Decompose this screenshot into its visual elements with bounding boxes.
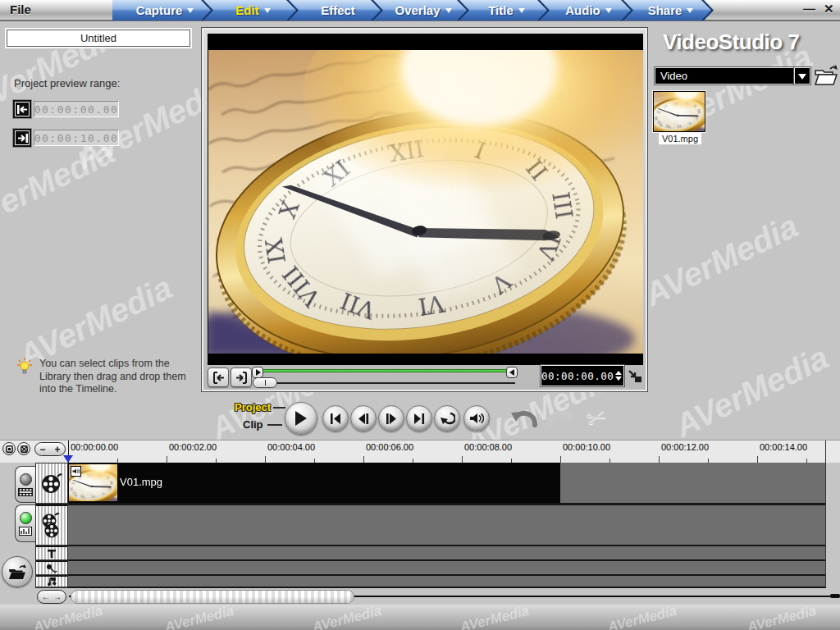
menu-tab-effect[interactable]: Effect (289, 0, 381, 21)
menu-tab-title[interactable]: Title (459, 0, 547, 21)
clip-audio-toggle[interactable] (71, 466, 81, 477)
video-view-tab[interactable] (15, 466, 35, 503)
repeat-button[interactable] (434, 405, 460, 431)
ruler-label: 00:00:10.00 (563, 442, 610, 452)
triangle-right-icon (255, 369, 261, 376)
menu-bar: File CaptureEditEffectOverlayTitleAudioS… (0, 0, 840, 21)
storyboard-view-button[interactable] (2, 442, 16, 455)
scroll-right-arrow[interactable]: → (53, 592, 62, 601)
open-project-folder-button[interactable] (2, 556, 33, 587)
step-tab-strip: CaptureEditEffectOverlayTitleAudioShare (112, 0, 714, 21)
menu-tab-share[interactable]: Share (623, 0, 711, 21)
video-track[interactable]: V01.mpg (68, 463, 826, 503)
spinner-down-icon (615, 377, 622, 384)
volume-button[interactable] (463, 405, 490, 431)
music-track-button[interactable] (36, 577, 67, 587)
load-media-button[interactable] (814, 64, 838, 89)
redo-button[interactable] (545, 404, 576, 431)
project-title-box: Untitled (7, 30, 190, 47)
app-logo: VideoStudio 7 (663, 30, 799, 55)
speaker-icon (72, 468, 80, 475)
range-end-button[interactable] (13, 129, 31, 147)
menu-tab-label: Title (488, 3, 514, 17)
zoom-out-button[interactable]: − (39, 445, 45, 454)
end-button[interactable] (406, 405, 432, 431)
overlay-track-button[interactable] (36, 506, 67, 546)
project-title: Untitled (80, 32, 116, 44)
close-button[interactable]: ✕ (824, 2, 834, 16)
menu-file[interactable]: File (10, 2, 31, 16)
menu-tab-edit[interactable]: Edit (203, 0, 296, 21)
range-start-field[interactable]: 00:00:00.00 (34, 101, 119, 117)
open-folder-icon (814, 64, 838, 86)
zoom-in-button[interactable]: + (54, 445, 60, 454)
timeline-view-button[interactable] (17, 442, 30, 455)
menu-tab-overlay[interactable]: Overlay (373, 0, 467, 21)
timeline-scrollbar-endcap (830, 594, 840, 598)
range-start-button[interactable] (13, 100, 31, 118)
voice-track[interactable] (68, 561, 826, 574)
project-connector-line (273, 407, 285, 409)
timeline-clip[interactable]: V01.mpg (68, 463, 560, 503)
previous-frame-button[interactable] (350, 405, 377, 431)
undo-icon (509, 405, 539, 430)
video-view-orb-icon (20, 473, 32, 486)
trim-start-handle[interactable] (252, 367, 263, 378)
prev-frame-icon (358, 413, 369, 424)
library-category-value: Video (660, 70, 687, 82)
music-track[interactable] (68, 576, 826, 587)
preview-mark-out-button[interactable] (231, 368, 252, 387)
title-track-button[interactable] (36, 547, 67, 560)
playhead-marker[interactable] (63, 455, 73, 463)
enlarge-preview-button[interactable] (627, 369, 643, 384)
range-end-field[interactable]: 00:00:10.00 (34, 130, 119, 146)
ruler-tick (560, 456, 561, 463)
next-frame-button[interactable] (378, 405, 404, 431)
split-clip-button[interactable]: ✂ (575, 395, 618, 437)
timeline-scrollbar-thumb[interactable] (71, 590, 354, 604)
ruler-label: 00:00:02.00 (169, 442, 217, 452)
scrubber-track[interactable] (254, 382, 515, 384)
play-button[interactable] (285, 402, 317, 435)
audio-view-tab[interactable] (15, 504, 35, 542)
menu-tab-label: Overlay (395, 3, 440, 17)
library-clip-thumbnail[interactable] (653, 91, 705, 132)
skip-to-end-icon (413, 413, 425, 424)
scrubber-thumb[interactable] (253, 377, 277, 388)
audio-level-icon (19, 527, 32, 536)
menu-tab-label: Share (648, 3, 682, 17)
trim-end-handle[interactable] (506, 367, 518, 378)
preview-mark-in-button[interactable] (208, 368, 229, 387)
ruler-label: 00:00:06.00 (366, 442, 413, 452)
video-track-button[interactable] (36, 463, 67, 504)
window-bottom-strip (0, 605, 840, 630)
timeline-ruler: 00:00:00.0000:00:02.0000:00:04.0000:00:0… (0, 440, 840, 463)
voice-track-button[interactable] (36, 562, 67, 575)
tip-text: You can select clips from the Library th… (39, 358, 192, 396)
clip-mode-button[interactable]: Clip (243, 418, 263, 431)
home-button[interactable] (322, 405, 349, 431)
ruler-label: 00:00:08.00 (464, 442, 512, 452)
chevron-down-icon (264, 8, 271, 16)
timeline-scroll-buttons[interactable]: ← → (37, 590, 66, 604)
redo-icon (546, 405, 575, 430)
timeline-zoom-control[interactable]: − + (34, 442, 66, 456)
watermark-text: AVerMedia (669, 339, 834, 445)
library-category-dropdown[interactable]: Video (655, 67, 794, 84)
timecode-value[interactable]: 00:00:00.00 (541, 370, 614, 382)
menu-tab-label: Edit (235, 3, 258, 17)
overlay-track[interactable] (68, 505, 826, 545)
library-dropdown-arrow[interactable] (794, 67, 810, 84)
undo-button[interactable] (509, 404, 540, 431)
chevron-down-icon (798, 74, 806, 84)
timecode-spinner[interactable] (614, 368, 623, 384)
scroll-left-arrow[interactable]: ← (42, 592, 50, 601)
skip-to-start-icon (330, 413, 341, 424)
project-mode-button[interactable]: Project (235, 401, 271, 413)
track-header-column (35, 463, 68, 588)
menu-tab-capture[interactable]: Capture (112, 0, 211, 21)
title-track[interactable] (68, 546, 826, 559)
minimize-button[interactable]: — (803, 2, 814, 16)
menu-tab-audio[interactable]: Audio (540, 0, 631, 21)
play-icon (294, 411, 308, 426)
